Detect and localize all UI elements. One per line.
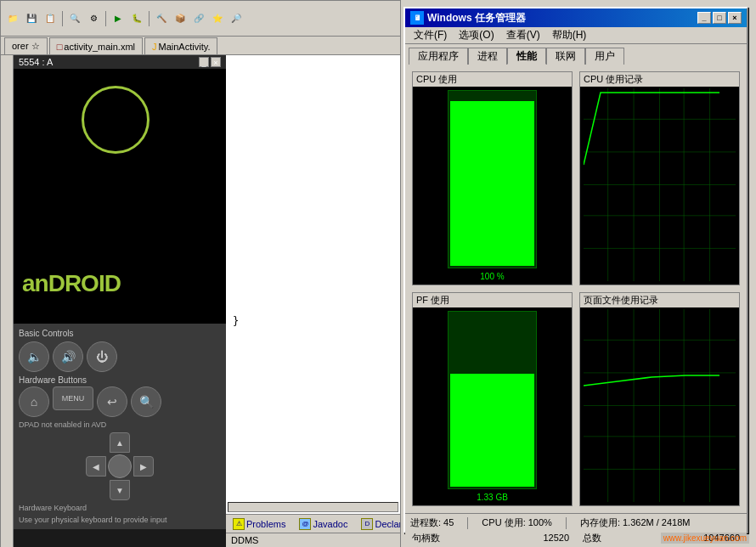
toolbar-icon-1[interactable]: 📁 bbox=[4, 10, 21, 27]
cpu-bar-inner bbox=[448, 90, 537, 268]
ide-tab-bar: orer ☆ □ activity_main.xml J MainActivit… bbox=[1, 37, 400, 55]
menu-file[interactable]: 文件(F) bbox=[409, 26, 452, 44]
taskmgr-titlebar: 🖥 Windows 任务管理器 _ □ × bbox=[405, 8, 747, 27]
toolbar-icon-8[interactable]: 🔨 bbox=[153, 10, 170, 27]
tab-explorer-label: orer ☆ bbox=[12, 41, 40, 52]
menu-options[interactable]: 选项(O) bbox=[454, 26, 499, 44]
tab-networking[interactable]: 联网 bbox=[546, 48, 585, 65]
toolbar-icon-2[interactable]: 💾 bbox=[23, 10, 40, 27]
totals-row-handles: 句柄数 12520 bbox=[412, 531, 569, 544]
basic-controls-row: 🔈 🔊 ⏻ bbox=[19, 341, 221, 372]
tab-problems[interactable]: ⚠ Problems bbox=[229, 516, 289, 532]
taskmgr-close-btn[interactable]: × bbox=[728, 12, 742, 24]
dpad-right[interactable]: ▶ bbox=[133, 456, 154, 477]
tab-problems-label: Problems bbox=[246, 519, 285, 529]
pf-usage-panel: PF 使用 1.33 GB bbox=[412, 292, 573, 506]
pf-bar-fill bbox=[450, 374, 534, 487]
status-cpu: CPU 使用: 100% bbox=[482, 516, 552, 529]
tab-javadoc[interactable]: @ Javadoc bbox=[296, 516, 351, 532]
taskmgr-content: CPU 使用 100 % CPU 使用记录 bbox=[405, 65, 747, 513]
toolbar-icon-run[interactable]: ▶ bbox=[110, 10, 127, 27]
toolbar-icon-4[interactable]: 🔍 bbox=[66, 10, 83, 27]
hardware-buttons-label: Hardware Buttons bbox=[19, 375, 221, 385]
tab-mainactivity-label: MainActivity. bbox=[159, 42, 211, 52]
menu-view[interactable]: 查看(V) bbox=[501, 26, 545, 44]
emulator-titlebar: 5554 : A _ × bbox=[14, 55, 226, 69]
tab-explorer[interactable]: orer ☆ bbox=[4, 37, 48, 54]
code-panel: } ⚠ Problems @ Javadoc D Declaration bbox=[226, 55, 400, 547]
status-divider-1 bbox=[467, 517, 468, 529]
pf-usage-label: PF 使用 bbox=[413, 293, 572, 307]
dpad-center[interactable] bbox=[108, 454, 132, 478]
tab-mainactivity[interactable]: J MainActivity. bbox=[144, 37, 217, 54]
problems-icon: ⚠ bbox=[233, 518, 245, 530]
performance-grid: CPU 使用 100 % CPU 使用记录 bbox=[412, 71, 740, 506]
pf-value-label: 1.33 GB bbox=[416, 493, 568, 502]
dpad-left[interactable]: ◀ bbox=[86, 456, 106, 477]
dpad-up[interactable]: ▲ bbox=[110, 432, 130, 453]
power-btn[interactable]: ⏻ bbox=[87, 341, 117, 372]
handles-value: 12520 bbox=[543, 531, 569, 544]
home-btn[interactable]: ⌂ bbox=[19, 386, 49, 417]
tab-declaration[interactable]: D Declaration bbox=[358, 516, 400, 532]
pf-graph-svg bbox=[584, 309, 736, 502]
tab-processes[interactable]: 进程 bbox=[468, 48, 507, 65]
emulator-close[interactable]: × bbox=[211, 57, 221, 67]
taskmgr-menubar: 文件(F) 选项(O) 查看(V) 帮助(H) bbox=[405, 27, 747, 44]
emulator-controls: Basic Controls 🔈 🔊 ⏻ Hardware Buttons ⌂ … bbox=[14, 324, 226, 529]
dpad-wrapper: ▲ ◀ ▶ ▼ bbox=[19, 432, 221, 500]
toolbar-sep-3 bbox=[149, 11, 150, 26]
cpu-bar-segments bbox=[448, 90, 537, 268]
code-content[interactable]: } bbox=[226, 55, 400, 500]
code-line-1: } bbox=[229, 59, 397, 329]
toolbar-sep-1 bbox=[62, 11, 63, 26]
ide-main-area: 5554 : A _ × anDROID Basic Controls 🔈 🔊 bbox=[1, 55, 400, 547]
pf-bar-segments bbox=[448, 311, 537, 489]
hw-keyboard-title: Hardware Keyboard bbox=[19, 504, 221, 512]
tab-applications[interactable]: 应用程序 bbox=[409, 48, 468, 65]
pf-bar-inner bbox=[448, 311, 537, 489]
pf-bar-container bbox=[416, 309, 568, 491]
emulator-panel: 5554 : A _ × anDROID Basic Controls 🔈 🔊 bbox=[14, 55, 226, 547]
toolbar-icon-12[interactable]: 🔎 bbox=[228, 10, 245, 27]
taskmgr-restore-btn[interactable]: □ bbox=[713, 12, 726, 24]
status-memory: 内存使用: 1.362M / 2418M bbox=[580, 516, 691, 529]
taskmgr-icon: 🖥 bbox=[410, 11, 424, 25]
tab-activity-xml[interactable]: □ activity_main.xml bbox=[49, 37, 143, 54]
code-horizontal-scrollbar[interactable] bbox=[228, 502, 398, 512]
taskmgr-minimize-btn[interactable]: _ bbox=[697, 12, 711, 24]
hw-buttons-row: ⌂ MENU ↩ 🔍 bbox=[19, 386, 221, 417]
vol-down-btn[interactable]: 🔈 bbox=[19, 341, 49, 372]
bottom-tab-bar: ⚠ Problems @ Javadoc D Declaration bbox=[226, 514, 400, 533]
cpu-value-label: 100 % bbox=[416, 272, 568, 281]
toolbar-icon-11[interactable]: ⭐ bbox=[209, 10, 226, 27]
menu-btn[interactable]: MENU bbox=[53, 386, 93, 410]
java-icon: J bbox=[152, 42, 157, 52]
toolbar-icon-7[interactable]: 🐛 bbox=[128, 10, 145, 27]
emulator-screen: anDROID bbox=[14, 69, 226, 324]
toolbar-icon-10[interactable]: 🔗 bbox=[190, 10, 207, 27]
toolbar-icon-5[interactable]: ⚙ bbox=[85, 10, 102, 27]
taskmgr-title: Windows 任务管理器 bbox=[427, 11, 526, 25]
back-btn[interactable]: ↩ bbox=[97, 386, 127, 417]
pf-history-graph bbox=[584, 309, 736, 502]
tab-performance[interactable]: 性能 bbox=[507, 48, 546, 65]
pf-history-label: 页面文件使用记录 bbox=[580, 293, 739, 307]
toolbar-icon-9[interactable]: 📦 bbox=[172, 10, 189, 27]
phys-total-label: 总数 bbox=[583, 531, 601, 544]
vol-up-btn[interactable]: 🔊 bbox=[53, 341, 83, 372]
tab-users[interactable]: 用户 bbox=[585, 48, 624, 65]
menu-help[interactable]: 帮助(H) bbox=[547, 26, 592, 44]
tab-activity-xml-label: activity_main.xml bbox=[64, 42, 135, 52]
ide-window: 📁 💾 📋 🔍 ⚙ ▶ 🐛 🔨 📦 🔗 ⭐ 🔎 orer ☆ □ activit… bbox=[0, 0, 401, 547]
emulator-minimize[interactable]: _ bbox=[199, 57, 209, 67]
dpad-down[interactable]: ▼ bbox=[110, 480, 130, 500]
tab-declaration-label: Declaration bbox=[375, 519, 400, 529]
bottom-status: DDMS bbox=[226, 533, 400, 547]
taskmgr-win-buttons: _ □ × bbox=[697, 12, 742, 24]
toolbar-sep-2 bbox=[105, 11, 106, 26]
toolbar-icon-3[interactable]: 📋 bbox=[42, 10, 59, 27]
basic-controls-label: Basic Controls bbox=[19, 329, 221, 338]
search-btn[interactable]: 🔍 bbox=[131, 386, 161, 417]
declaration-icon: D bbox=[361, 518, 373, 530]
